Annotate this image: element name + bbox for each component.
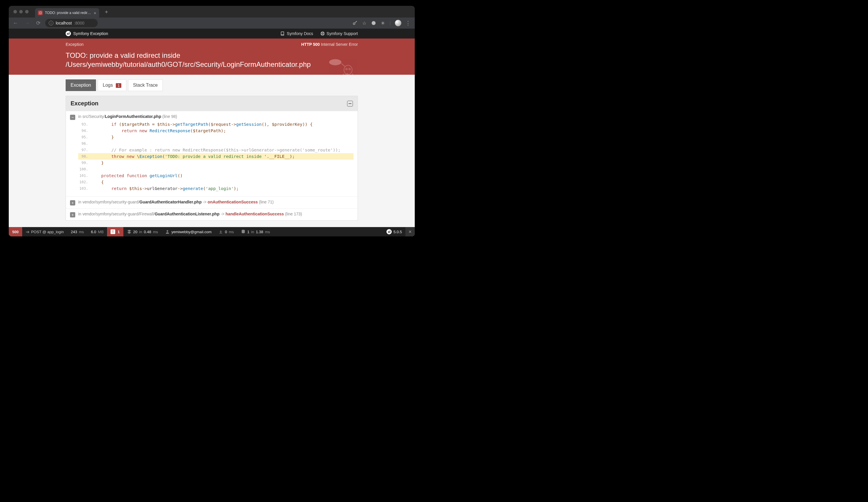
exception-panel: Exception in src/Security/LoginFormAuthe… — [66, 96, 358, 221]
star-icon[interactable]: ☆ — [362, 20, 367, 26]
breadcrumb[interactable]: Exception — [66, 42, 83, 47]
lineno: 101. — [78, 172, 91, 179]
trace-2-method[interactable]: handleAuthenticationSuccess — [226, 212, 284, 216]
url-port: :8000 — [74, 21, 84, 26]
trace-0-location: in src/Security/LoginFormAuthenticator.p… — [78, 114, 353, 119]
tab-exception-label: Exception — [71, 83, 91, 88]
traffic-max-icon[interactable] — [25, 10, 29, 13]
key-icon[interactable] — [352, 20, 358, 26]
db-time[interactable]: 243 ms — [68, 227, 87, 237]
docs-label: Symfony Docs — [287, 31, 313, 36]
profile-avatar[interactable] — [395, 20, 401, 26]
db-status[interactable]: 500 — [9, 227, 22, 237]
lineno: 93. — [78, 121, 91, 128]
tab-logs-label: Logs — [103, 83, 113, 88]
db-status-code: 500 — [12, 230, 19, 234]
db-mem-unit: MB — [98, 230, 104, 234]
lineno: 95. — [78, 134, 91, 140]
trace-1-prefix: in vendor/symfony/security-guard/ — [78, 200, 140, 204]
traffic-lights[interactable] — [13, 10, 29, 13]
warning-icon: ! — [111, 229, 115, 234]
db-route-text: POST @ app_login — [31, 230, 64, 234]
traffic-close-icon[interactable] — [13, 10, 17, 13]
http-code: HTTP 500 — [301, 42, 320, 47]
favicon-icon: ☹ — [38, 10, 43, 15]
db-route[interactable]: ➔ POST @ app_login — [22, 227, 68, 237]
trace-2-toggle[interactable] — [70, 212, 75, 218]
viewport: sf Symfony Exception Symfony Docs Symfon… — [9, 29, 415, 237]
menu-button[interactable]: ⋮ — [405, 20, 411, 26]
trace-1-location: in vendor/symfony/security-guard/GuardAu… — [78, 200, 273, 204]
db-user-name: yemiwebby@gmail.com — [172, 230, 211, 234]
lineno: 98. — [78, 153, 91, 160]
db-database[interactable]: 1 in 1.38 ms — [237, 227, 273, 237]
lineno: 99. — [78, 160, 91, 166]
tab-strip: ☹ TODO: provide a valid redirect × ＋ — [9, 6, 415, 18]
download-icon — [218, 229, 223, 234]
trace-item-0: in src/Security/LoginFormAuthenticator.p… — [66, 111, 358, 197]
db-version[interactable]: sf 5.0.5 — [383, 227, 405, 237]
site-info-icon[interactable]: i — [49, 21, 53, 26]
back-button[interactable]: ← — [11, 20, 20, 27]
ext2-icon[interactable]: ✳ — [380, 20, 385, 26]
trace-1-method[interactable]: onAuthenticationSuccess — [208, 200, 258, 204]
forward-button[interactable]: → — [23, 20, 31, 27]
error-header: Exception HTTP 500 Internal Server Error… — [9, 39, 415, 75]
svg-point-0 — [353, 23, 355, 24]
panel-collapse-button[interactable] — [347, 101, 353, 107]
trace-1-toggle[interactable] — [70, 200, 75, 205]
symfony-logo-small-icon: sf — [386, 229, 392, 234]
db-time-unit: ms — [79, 230, 84, 234]
lineno: 103. — [78, 185, 91, 192]
content-wrap: Exception Logs 1 Stack Trace Exception — [66, 79, 358, 221]
toolbar-icons: ☆ ✳ | ⋮ — [352, 20, 412, 26]
db-db-ms: 1.38 — [256, 230, 263, 234]
db-memory[interactable]: 6.0 MB — [87, 227, 107, 237]
symfony-logo-icon: sf — [66, 31, 71, 36]
panel-title: Exception — [71, 100, 99, 107]
lineno: 97. — [78, 147, 91, 153]
svg-text:Exception!: Exception! — [330, 61, 340, 64]
reload-button[interactable]: ⟳ — [34, 19, 42, 27]
symfony-docs-link[interactable]: Symfony Docs — [280, 31, 313, 36]
tab-exception[interactable]: Exception — [66, 79, 96, 91]
book-icon — [280, 31, 285, 36]
ext1-icon[interactable] — [371, 20, 376, 26]
browser-window: ☹ TODO: provide a valid redirect × ＋ ← →… — [9, 6, 415, 237]
lineno: 96. — [78, 140, 91, 147]
db-ajax[interactable]: 0 ms — [215, 227, 237, 237]
svg-point-9 — [167, 230, 168, 232]
code-block: 93. if ($targetPath = $this->getTargetPa… — [78, 121, 353, 192]
db-twig[interactable]: 20 in 0.48 ms — [123, 227, 162, 237]
trace-0-line: (line 98) — [163, 114, 177, 119]
browser-tab[interactable]: ☹ TODO: provide a valid redirect × — [35, 8, 99, 18]
support-label: Symfony Support — [327, 31, 358, 36]
tab-stacktrace[interactable]: Stack Trace — [128, 79, 163, 91]
layers-icon — [127, 229, 132, 234]
db-ajax-val: 0 — [225, 230, 227, 234]
db-mem-val: 6.0 — [91, 230, 96, 234]
symfony-topbar: sf Symfony Exception Symfony Docs Symfon… — [9, 29, 415, 39]
tab-close-icon[interactable]: × — [94, 10, 96, 16]
trace-0-prefix: in src/Security/ — [78, 114, 105, 119]
new-tab-button[interactable]: ＋ — [102, 7, 111, 16]
url-host: localhost — [56, 21, 72, 26]
url-field[interactable]: i localhost:8000 — [45, 19, 98, 27]
trace-0-toggle[interactable] — [70, 115, 75, 120]
db-version-text: 5.0.5 — [393, 230, 402, 234]
symfony-support-link[interactable]: Symfony Support — [320, 31, 358, 36]
panel-header: Exception — [66, 96, 358, 111]
lineno: 94. — [78, 128, 91, 134]
db-deprec-val: 1 — [117, 230, 120, 234]
symfony-title: Symfony Exception — [73, 31, 108, 36]
main-tabs: Exception Logs 1 Stack Trace — [66, 79, 358, 91]
trace-2-arrow: -> — [220, 212, 226, 216]
db-deprecations[interactable]: ! 1 — [107, 227, 123, 237]
db-ajax-unit: ms — [229, 230, 234, 234]
traffic-min-icon[interactable] — [19, 10, 23, 13]
trace-2-prefix: in vendor/symfony/security-guard/Firewal… — [78, 212, 155, 216]
tab-logs[interactable]: Logs 1 — [98, 79, 126, 91]
trace-item-1: in vendor/symfony/security-guard/GuardAu… — [66, 197, 358, 208]
db-user[interactable]: yemiwebby@gmail.com — [162, 227, 215, 237]
db-close-button[interactable]: × — [405, 227, 415, 237]
